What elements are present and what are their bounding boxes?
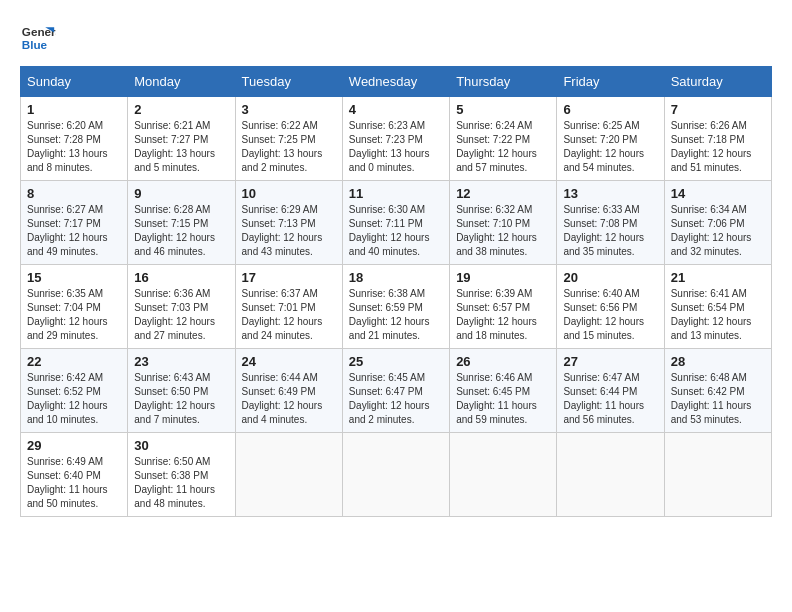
day-number: 19 xyxy=(456,270,550,285)
calendar-cell: 2Sunrise: 6:21 AMSunset: 7:27 PMDaylight… xyxy=(128,97,235,181)
calendar-cell xyxy=(342,433,449,517)
day-number: 6 xyxy=(563,102,657,117)
logo: General Blue xyxy=(20,20,56,56)
day-number: 23 xyxy=(134,354,228,369)
calendar-cell: 17Sunrise: 6:37 AMSunset: 7:01 PMDayligh… xyxy=(235,265,342,349)
day-number: 9 xyxy=(134,186,228,201)
column-header-thursday: Thursday xyxy=(450,67,557,97)
calendar-cell: 3Sunrise: 6:22 AMSunset: 7:25 PMDaylight… xyxy=(235,97,342,181)
logo-icon: General Blue xyxy=(20,20,56,56)
day-info: Sunrise: 6:27 AMSunset: 7:17 PMDaylight:… xyxy=(27,203,121,259)
day-number: 16 xyxy=(134,270,228,285)
day-info: Sunrise: 6:35 AMSunset: 7:04 PMDaylight:… xyxy=(27,287,121,343)
day-number: 12 xyxy=(456,186,550,201)
calendar-table: SundayMondayTuesdayWednesdayThursdayFrid… xyxy=(20,66,772,517)
calendar-week-row: 15Sunrise: 6:35 AMSunset: 7:04 PMDayligh… xyxy=(21,265,772,349)
day-info: Sunrise: 6:28 AMSunset: 7:15 PMDaylight:… xyxy=(134,203,228,259)
day-number: 26 xyxy=(456,354,550,369)
calendar-cell: 18Sunrise: 6:38 AMSunset: 6:59 PMDayligh… xyxy=(342,265,449,349)
day-info: Sunrise: 6:38 AMSunset: 6:59 PMDaylight:… xyxy=(349,287,443,343)
day-info: Sunrise: 6:22 AMSunset: 7:25 PMDaylight:… xyxy=(242,119,336,175)
day-info: Sunrise: 6:23 AMSunset: 7:23 PMDaylight:… xyxy=(349,119,443,175)
calendar-cell: 6Sunrise: 6:25 AMSunset: 7:20 PMDaylight… xyxy=(557,97,664,181)
day-info: Sunrise: 6:39 AMSunset: 6:57 PMDaylight:… xyxy=(456,287,550,343)
day-info: Sunrise: 6:30 AMSunset: 7:11 PMDaylight:… xyxy=(349,203,443,259)
day-number: 21 xyxy=(671,270,765,285)
day-info: Sunrise: 6:26 AMSunset: 7:18 PMDaylight:… xyxy=(671,119,765,175)
day-number: 1 xyxy=(27,102,121,117)
page-header: General Blue xyxy=(20,20,772,56)
day-number: 11 xyxy=(349,186,443,201)
svg-text:General: General xyxy=(22,25,56,38)
svg-text:Blue: Blue xyxy=(22,38,48,51)
calendar-cell: 12Sunrise: 6:32 AMSunset: 7:10 PMDayligh… xyxy=(450,181,557,265)
calendar-cell: 20Sunrise: 6:40 AMSunset: 6:56 PMDayligh… xyxy=(557,265,664,349)
day-number: 28 xyxy=(671,354,765,369)
calendar-week-row: 22Sunrise: 6:42 AMSunset: 6:52 PMDayligh… xyxy=(21,349,772,433)
calendar-cell: 23Sunrise: 6:43 AMSunset: 6:50 PMDayligh… xyxy=(128,349,235,433)
column-header-tuesday: Tuesday xyxy=(235,67,342,97)
day-number: 20 xyxy=(563,270,657,285)
day-number: 7 xyxy=(671,102,765,117)
day-number: 22 xyxy=(27,354,121,369)
day-info: Sunrise: 6:24 AMSunset: 7:22 PMDaylight:… xyxy=(456,119,550,175)
day-info: Sunrise: 6:41 AMSunset: 6:54 PMDaylight:… xyxy=(671,287,765,343)
day-number: 29 xyxy=(27,438,121,453)
calendar-cell: 8Sunrise: 6:27 AMSunset: 7:17 PMDaylight… xyxy=(21,181,128,265)
column-header-saturday: Saturday xyxy=(664,67,771,97)
calendar-cell: 24Sunrise: 6:44 AMSunset: 6:49 PMDayligh… xyxy=(235,349,342,433)
day-info: Sunrise: 6:43 AMSunset: 6:50 PMDaylight:… xyxy=(134,371,228,427)
day-number: 30 xyxy=(134,438,228,453)
day-info: Sunrise: 6:25 AMSunset: 7:20 PMDaylight:… xyxy=(563,119,657,175)
calendar-cell: 10Sunrise: 6:29 AMSunset: 7:13 PMDayligh… xyxy=(235,181,342,265)
calendar-cell: 16Sunrise: 6:36 AMSunset: 7:03 PMDayligh… xyxy=(128,265,235,349)
day-number: 25 xyxy=(349,354,443,369)
column-header-wednesday: Wednesday xyxy=(342,67,449,97)
day-info: Sunrise: 6:48 AMSunset: 6:42 PMDaylight:… xyxy=(671,371,765,427)
calendar-cell: 28Sunrise: 6:48 AMSunset: 6:42 PMDayligh… xyxy=(664,349,771,433)
calendar-week-row: 8Sunrise: 6:27 AMSunset: 7:17 PMDaylight… xyxy=(21,181,772,265)
day-number: 5 xyxy=(456,102,550,117)
calendar-cell: 25Sunrise: 6:45 AMSunset: 6:47 PMDayligh… xyxy=(342,349,449,433)
day-info: Sunrise: 6:34 AMSunset: 7:06 PMDaylight:… xyxy=(671,203,765,259)
day-number: 17 xyxy=(242,270,336,285)
column-header-friday: Friday xyxy=(557,67,664,97)
calendar-cell: 11Sunrise: 6:30 AMSunset: 7:11 PMDayligh… xyxy=(342,181,449,265)
column-header-monday: Monday xyxy=(128,67,235,97)
calendar-cell: 15Sunrise: 6:35 AMSunset: 7:04 PMDayligh… xyxy=(21,265,128,349)
calendar-cell: 4Sunrise: 6:23 AMSunset: 7:23 PMDaylight… xyxy=(342,97,449,181)
calendar-header-row: SundayMondayTuesdayWednesdayThursdayFrid… xyxy=(21,67,772,97)
day-number: 15 xyxy=(27,270,121,285)
calendar-week-row: 1Sunrise: 6:20 AMSunset: 7:28 PMDaylight… xyxy=(21,97,772,181)
day-number: 24 xyxy=(242,354,336,369)
day-info: Sunrise: 6:37 AMSunset: 7:01 PMDaylight:… xyxy=(242,287,336,343)
day-number: 4 xyxy=(349,102,443,117)
calendar-cell xyxy=(557,433,664,517)
day-info: Sunrise: 6:45 AMSunset: 6:47 PMDaylight:… xyxy=(349,371,443,427)
day-info: Sunrise: 6:36 AMSunset: 7:03 PMDaylight:… xyxy=(134,287,228,343)
calendar-week-row: 29Sunrise: 6:49 AMSunset: 6:40 PMDayligh… xyxy=(21,433,772,517)
day-info: Sunrise: 6:47 AMSunset: 6:44 PMDaylight:… xyxy=(563,371,657,427)
calendar-cell: 13Sunrise: 6:33 AMSunset: 7:08 PMDayligh… xyxy=(557,181,664,265)
day-info: Sunrise: 6:42 AMSunset: 6:52 PMDaylight:… xyxy=(27,371,121,427)
calendar-cell: 14Sunrise: 6:34 AMSunset: 7:06 PMDayligh… xyxy=(664,181,771,265)
calendar-cell: 19Sunrise: 6:39 AMSunset: 6:57 PMDayligh… xyxy=(450,265,557,349)
calendar-cell: 9Sunrise: 6:28 AMSunset: 7:15 PMDaylight… xyxy=(128,181,235,265)
calendar-cell xyxy=(450,433,557,517)
calendar-cell: 21Sunrise: 6:41 AMSunset: 6:54 PMDayligh… xyxy=(664,265,771,349)
day-number: 10 xyxy=(242,186,336,201)
calendar-cell: 26Sunrise: 6:46 AMSunset: 6:45 PMDayligh… xyxy=(450,349,557,433)
day-number: 8 xyxy=(27,186,121,201)
day-info: Sunrise: 6:21 AMSunset: 7:27 PMDaylight:… xyxy=(134,119,228,175)
day-number: 27 xyxy=(563,354,657,369)
calendar-cell xyxy=(235,433,342,517)
calendar-cell: 5Sunrise: 6:24 AMSunset: 7:22 PMDaylight… xyxy=(450,97,557,181)
day-info: Sunrise: 6:32 AMSunset: 7:10 PMDaylight:… xyxy=(456,203,550,259)
day-info: Sunrise: 6:33 AMSunset: 7:08 PMDaylight:… xyxy=(563,203,657,259)
day-info: Sunrise: 6:20 AMSunset: 7:28 PMDaylight:… xyxy=(27,119,121,175)
day-info: Sunrise: 6:46 AMSunset: 6:45 PMDaylight:… xyxy=(456,371,550,427)
calendar-cell: 29Sunrise: 6:49 AMSunset: 6:40 PMDayligh… xyxy=(21,433,128,517)
day-number: 13 xyxy=(563,186,657,201)
calendar-cell: 7Sunrise: 6:26 AMSunset: 7:18 PMDaylight… xyxy=(664,97,771,181)
day-number: 3 xyxy=(242,102,336,117)
